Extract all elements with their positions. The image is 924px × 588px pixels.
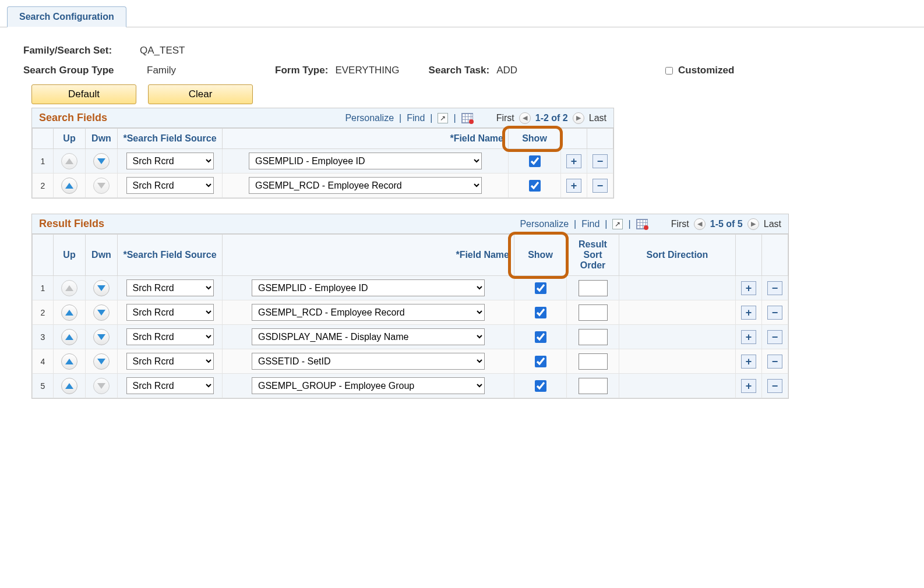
find-label: Find — [581, 219, 599, 229]
search-field-source-select[interactable]: Srch Rcrd — [126, 377, 214, 394]
add-row-button[interactable]: + — [566, 179, 581, 193]
result-fields-grid-header: Result Fields Personalize | Find | ↗ | F… — [32, 214, 788, 234]
find-link[interactable]: Find — [407, 113, 425, 123]
download-grid-icon[interactable] — [636, 219, 648, 229]
default-button[interactable]: Default — [31, 84, 136, 104]
field-name-select[interactable]: GSEMPLID - Employee ID — [252, 279, 485, 296]
table-row: 4 Srch Rcrd GSSETID - SetID + − — [33, 349, 788, 374]
search-fields-table: Up Dwn *Search Field Source *Field Name … — [32, 128, 613, 198]
move-down-button[interactable] — [93, 280, 110, 296]
down-arrow-icon — [97, 334, 105, 340]
clear-button[interactable]: Clear — [148, 84, 253, 104]
field-name-select[interactable]: GSEMPL_RCD - Employee Record — [249, 177, 482, 194]
show-checkbox[interactable] — [529, 155, 541, 167]
table-row: 3 Srch Rcrd GSDISPLAY_NAME - Display Nam… — [33, 325, 788, 349]
search-field-source-select[interactable]: Srch Rcrd — [126, 304, 214, 321]
next-arrow-icon[interactable]: ▶ — [573, 112, 584, 124]
remove-row-button[interactable]: − — [593, 154, 608, 168]
tab-label: Search Configuration — [19, 12, 114, 22]
col-dwn: Dwn — [86, 129, 118, 149]
result-sort-order-input[interactable] — [579, 304, 608, 321]
search-field-source-select[interactable]: Srch Rcrd — [126, 353, 214, 370]
prev-arrow-icon[interactable]: ◀ — [694, 218, 706, 230]
search-task-label: Search Task: — [429, 65, 490, 76]
row-number: 1 — [33, 276, 54, 300]
col-show: Show — [509, 129, 561, 149]
personalize-link[interactable]: Personalize — [520, 219, 569, 229]
remove-row-button[interactable]: − — [767, 306, 782, 320]
tab-search-configuration[interactable]: Search Configuration — [7, 6, 126, 27]
add-row-button[interactable]: + — [741, 330, 756, 344]
move-down-button[interactable] — [93, 353, 110, 370]
show-checkbox[interactable] — [535, 356, 546, 367]
remove-row-button[interactable]: − — [767, 281, 782, 295]
show-checkbox[interactable] — [535, 282, 546, 294]
add-row-button[interactable]: + — [741, 355, 756, 369]
family-search-set-value: QA_TEST — [140, 45, 185, 56]
search-field-source-select[interactable]: Srch Rcrd — [126, 153, 214, 169]
field-name-select[interactable]: GSSETID - SetID — [252, 353, 485, 370]
row-number: 2 — [33, 300, 54, 325]
find-link[interactable]: Find — [581, 219, 599, 229]
up-arrow-icon — [65, 334, 73, 340]
result-sort-order-input[interactable] — [579, 329, 608, 345]
field-name-select[interactable]: GSEMPL_RCD - Employee Record — [252, 304, 485, 321]
show-checkbox[interactable] — [535, 380, 546, 392]
search-group-type-value: Family — [147, 65, 176, 76]
move-down-button[interactable] — [93, 329, 110, 345]
tab-bar: Search Configuration — [0, 0, 924, 27]
col-remove — [587, 129, 613, 149]
next-arrow-icon[interactable]: ▶ — [747, 218, 759, 230]
customized-checkbox[interactable] — [665, 67, 673, 75]
remove-row-button[interactable]: − — [593, 179, 608, 193]
field-name-select[interactable]: GSEMPL_GROUP - Employee Group — [252, 377, 485, 394]
last-link[interactable]: Last — [764, 219, 781, 229]
search-fields-nav: First ◀ 1-2 of 2 ▶ Last — [496, 112, 606, 124]
result-sort-order-input[interactable] — [579, 280, 608, 296]
first-link[interactable]: First — [496, 113, 514, 123]
row-group-type: Search Group Type Family Form Type: EVER… — [23, 65, 912, 76]
move-up-button[interactable] — [61, 304, 77, 321]
move-up-button — [61, 280, 77, 296]
personalize-link[interactable]: Personalize — [345, 113, 394, 123]
show-checkbox[interactable] — [535, 307, 546, 318]
separator: | — [628, 219, 630, 229]
table-row: 5 Srch Rcrd GSEMPL_GROUP - Employee Grou… — [33, 374, 788, 398]
last-link[interactable]: Last — [589, 113, 606, 123]
remove-row-button[interactable]: − — [767, 330, 782, 344]
move-down-button[interactable] — [93, 304, 110, 321]
move-up-button[interactable] — [61, 329, 77, 345]
zoom-icon[interactable]: ↗ — [438, 113, 448, 123]
show-checkbox[interactable] — [529, 180, 541, 192]
first-link[interactable]: First — [671, 219, 689, 229]
result-sort-order-input[interactable] — [579, 378, 608, 394]
col-remove — [762, 235, 788, 276]
prev-arrow-icon[interactable]: ◀ — [519, 112, 531, 124]
zoom-icon[interactable]: ↗ — [612, 219, 623, 229]
result-sort-order-input[interactable] — [579, 353, 608, 370]
row-number: 1 — [33, 149, 54, 173]
add-row-button[interactable]: + — [741, 281, 756, 295]
row-number: 2 — [33, 173, 54, 198]
add-row-button[interactable]: + — [566, 154, 581, 168]
move-up-button[interactable] — [61, 353, 77, 370]
row-number: 5 — [33, 374, 54, 398]
search-fields-toolbar: Personalize | Find | ↗ | — [345, 113, 472, 123]
move-down-button[interactable] — [93, 153, 110, 169]
search-field-source-select[interactable]: Srch Rcrd — [126, 328, 214, 345]
add-row-button[interactable]: + — [741, 306, 756, 320]
up-arrow-icon — [65, 310, 73, 316]
remove-row-button[interactable]: − — [767, 355, 782, 369]
show-checkbox[interactable] — [535, 331, 546, 343]
move-up-button[interactable] — [61, 178, 77, 194]
field-name-select[interactable]: GSDISPLAY_NAME - Display Name — [252, 328, 485, 345]
field-name-select[interactable]: GSEMPLID - Employee ID — [249, 153, 482, 169]
search-field-source-select[interactable]: Srch Rcrd — [126, 177, 214, 194]
move-up-button[interactable] — [61, 378, 77, 394]
remove-row-button[interactable]: − — [767, 379, 782, 393]
download-grid-icon[interactable] — [461, 113, 473, 123]
result-fields-grid: Result Fields Personalize | Find | ↗ | F… — [31, 214, 789, 399]
add-row-button[interactable]: + — [741, 379, 756, 393]
sort-direction-cell — [619, 349, 736, 374]
search-field-source-select[interactable]: Srch Rcrd — [126, 279, 214, 296]
